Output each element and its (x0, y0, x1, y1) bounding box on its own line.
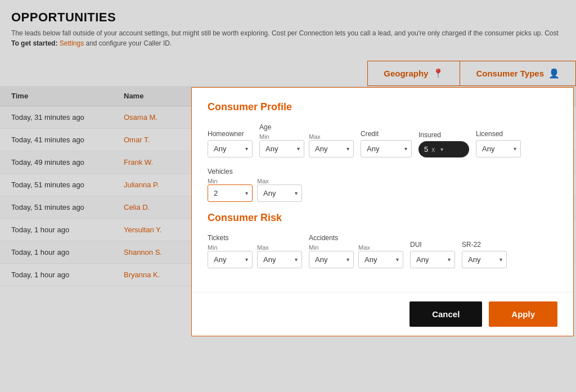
licensed-label: Licensed (476, 130, 521, 138)
accidents-min-select[interactable]: Any0123+ (309, 251, 354, 268)
credit-group: Credit AnyPoorFairGoodExcellent ▾ (361, 130, 412, 157)
insured-label: Insured (418, 131, 469, 139)
sr22-select[interactable]: AnyYesNo (462, 251, 507, 268)
accidents-max-select[interactable]: Any0123+ (358, 251, 403, 268)
age-max-select[interactable]: Any25354565 (309, 140, 354, 157)
sr22-label: SR-22 (462, 241, 507, 249)
vehicles-min-label: Min (208, 178, 253, 184)
age-min-label: Min (259, 133, 304, 140)
licensed-group: Licensed AnyYesNo ▾ (476, 130, 521, 157)
chevron-down-icon: ▾ (440, 146, 443, 152)
insured-pill-value: 5 (424, 145, 428, 154)
sr22-group: SR-22 AnyYesNo ▾ (462, 241, 507, 268)
tickets-max-wrapper: Any0123+ ▾ (257, 251, 302, 268)
credit-select-wrapper: AnyPoorFairGoodExcellent ▾ (361, 140, 412, 157)
vehicles-label: Vehicles (208, 168, 302, 175)
vehicles-max-label: Max (257, 178, 302, 184)
dui-group: DUI AnyYesNo ▾ (410, 241, 455, 268)
tickets-group: Tickets Min Any0123+ ▾ M (208, 234, 302, 268)
insured-select-wrapper[interactable]: 5 x ▾ (418, 141, 469, 157)
accidents-min-label: Min (309, 244, 354, 251)
modal-body: Consumer Profile Homeowner Any Yes No ▾ (192, 88, 573, 292)
accidents-min-wrapper: Any0123+ ▾ (309, 251, 354, 268)
vehicles-row: Vehicles Min Any12345+ ▾ (208, 168, 557, 202)
age-min-select[interactable]: Any18253545 (259, 140, 304, 157)
dui-select[interactable]: AnyYesNo (410, 251, 455, 268)
vehicles-min-select[interactable]: Any12345+ (208, 184, 253, 202)
consumer-profile-modal: Consumer Profile Homeowner Any Yes No ▾ (191, 87, 574, 336)
tickets-min-wrapper: Any0123+ ▾ (208, 251, 253, 268)
tickets-max-select[interactable]: Any0123+ (257, 251, 302, 268)
homeowner-group: Homeowner Any Yes No ▾ (208, 130, 253, 157)
consumer-risk-title: Consumer Risk (208, 212, 557, 224)
age-min-wrapper: Any18253545 ▾ (259, 140, 304, 157)
licensed-select-wrapper: AnyYesNo ▾ (476, 140, 521, 157)
consumer-profile-title: Consumer Profile (208, 101, 557, 113)
modal-footer: Cancel Apply (192, 292, 573, 336)
homeowner-select[interactable]: Any Yes No (208, 140, 253, 157)
page-wrapper: OPPORTUNITIES The leads below fall outsi… (0, 0, 576, 392)
vehicles-max-select[interactable]: Any12345+ (257, 184, 302, 202)
accidents-max-wrapper: Any0123+ ▾ (358, 251, 403, 268)
consumer-profile-row1: Homeowner Any Yes No ▾ Age (208, 123, 557, 157)
tickets-max-label: Max (257, 244, 302, 251)
close-icon[interactable]: x (431, 146, 435, 154)
accidents-group: Accidents Min Any0123+ ▾ (309, 234, 403, 268)
age-max-wrapper: Any25354565 ▾ (309, 140, 354, 157)
credit-select[interactable]: AnyPoorFairGoodExcellent (361, 140, 412, 157)
age-max-label: Max (309, 133, 354, 140)
dui-label: DUI (410, 241, 455, 249)
accidents-label: Accidents (309, 234, 403, 242)
homeowner-label: Homeowner (208, 130, 253, 138)
consumer-risk-row: Tickets Min Any0123+ ▾ M (208, 234, 557, 268)
dui-select-wrapper: AnyYesNo ▾ (410, 251, 455, 268)
apply-button[interactable]: Apply (489, 301, 557, 327)
accidents-max-label: Max (358, 244, 403, 251)
sr22-select-wrapper: AnyYesNo ▾ (462, 251, 507, 268)
tickets-min-select[interactable]: Any0123+ (208, 251, 253, 268)
tickets-min-label: Min (208, 244, 253, 251)
tickets-label: Tickets (208, 234, 302, 242)
insured-pill[interactable]: 5 x ▾ (418, 141, 469, 157)
licensed-select[interactable]: AnyYesNo (476, 140, 521, 157)
vehicles-min-wrapper: Any12345+ ▾ (208, 184, 253, 202)
age-label: Age (259, 123, 354, 131)
vehicles-group: Vehicles Min Any12345+ ▾ (208, 168, 302, 202)
insured-group: Insured 5 x ▾ (418, 131, 469, 157)
credit-label: Credit (361, 130, 412, 138)
cancel-button[interactable]: Cancel (410, 301, 482, 327)
age-group: Age Min Any18253545 ▾ Ma (259, 123, 354, 157)
homeowner-select-wrapper: Any Yes No ▾ (208, 140, 253, 157)
vehicles-max-wrapper: Any12345+ ▾ (257, 184, 302, 202)
